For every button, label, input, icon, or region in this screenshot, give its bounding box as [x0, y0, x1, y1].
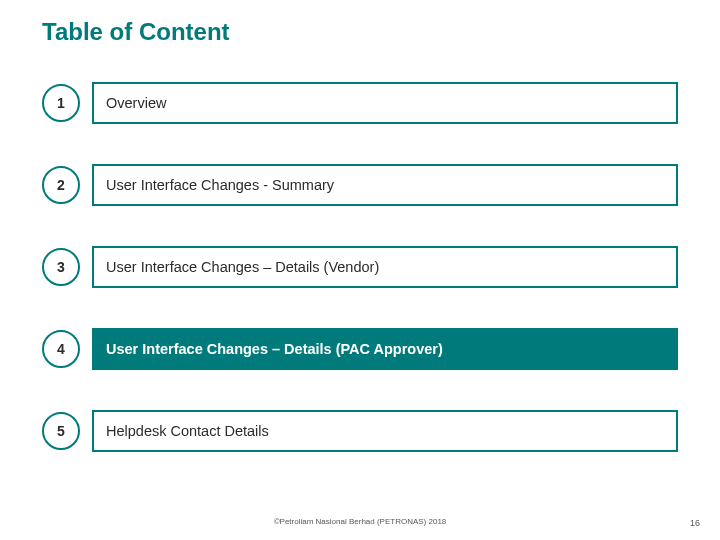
toc-item-overview[interactable]: Overview: [92, 82, 678, 124]
footer-copyright: ©Petroliam Nasional Berhad (PETRONAS) 20…: [0, 517, 720, 526]
toc-item-ui-changes-vendor[interactable]: User Interface Changes – Details (Vendor…: [92, 246, 678, 288]
toc-item-ui-changes-pac-approver[interactable]: User Interface Changes – Details (PAC Ap…: [92, 328, 678, 370]
slide: Table of Content 1 Overview 2 User Inter…: [0, 0, 720, 540]
toc-row: 1 Overview: [42, 78, 678, 128]
page-number: 16: [690, 518, 700, 528]
toc-item-ui-changes-summary[interactable]: User Interface Changes - Summary: [92, 164, 678, 206]
toc-number: 3: [42, 248, 80, 286]
toc-number: 4: [42, 330, 80, 368]
toc-number: 5: [42, 412, 80, 450]
toc-row: 4 User Interface Changes – Details (PAC …: [42, 324, 678, 374]
toc-number: 1: [42, 84, 80, 122]
toc-row: 2 User Interface Changes - Summary: [42, 160, 678, 210]
toc-row: 5 Helpdesk Contact Details: [42, 406, 678, 456]
toc-list: 1 Overview 2 User Interface Changes - Su…: [42, 78, 678, 488]
toc-number: 2: [42, 166, 80, 204]
toc-item-helpdesk[interactable]: Helpdesk Contact Details: [92, 410, 678, 452]
toc-row: 3 User Interface Changes – Details (Vend…: [42, 242, 678, 292]
page-title: Table of Content: [42, 18, 230, 46]
